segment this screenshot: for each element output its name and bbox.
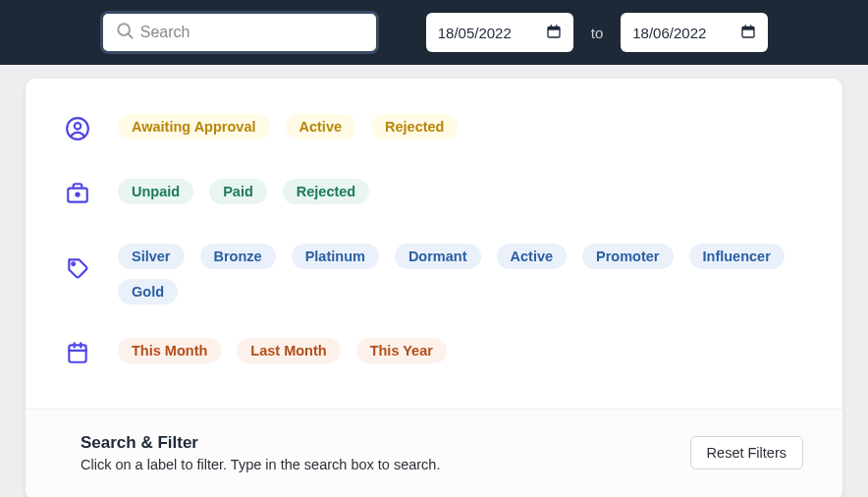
chip-date-last-month[interactable]: Last Month bbox=[237, 338, 340, 363]
search-input[interactable] bbox=[140, 24, 364, 41]
tag-icon bbox=[65, 255, 90, 285]
filters-body: Awaiting Approval Active Rejected Unpaid… bbox=[26, 79, 842, 409]
filter-row-date: This Month Last Month This Year bbox=[65, 338, 803, 369]
chip-date-this-month[interactable]: This Month bbox=[118, 338, 221, 363]
svg-rect-7 bbox=[742, 27, 754, 29]
chip-tag-bronze[interactable]: Bronze bbox=[200, 244, 276, 269]
svg-point-13 bbox=[76, 193, 79, 195]
reset-filters-button[interactable]: Reset Filters bbox=[690, 436, 803, 469]
calendar-icon bbox=[546, 24, 562, 42]
search-icon bbox=[115, 21, 140, 44]
footer-subtitle: Click on a label to filter. Type in the … bbox=[81, 457, 440, 472]
calendar-outline-icon bbox=[65, 340, 90, 369]
chip-tag-promoter[interactable]: Promoter bbox=[582, 244, 673, 269]
date-to-field[interactable]: 18/06/2022 bbox=[621, 13, 768, 52]
chip-tag-active[interactable]: Active bbox=[497, 244, 568, 269]
filter-row-status: Awaiting Approval Active Rejected bbox=[65, 114, 803, 145]
briefcase-icon bbox=[65, 181, 90, 210]
filter-card: Awaiting Approval Active Rejected Unpaid… bbox=[26, 79, 842, 497]
svg-point-14 bbox=[72, 262, 75, 265]
card-footer: Search & Filter Click on a label to filt… bbox=[26, 409, 842, 497]
chip-tag-gold[interactable]: Gold bbox=[118, 279, 178, 304]
calendar-icon bbox=[740, 24, 756, 42]
chip-tag-silver[interactable]: Silver bbox=[118, 244, 185, 269]
chip-payment-rejected[interactable]: Rejected bbox=[283, 179, 369, 204]
filter-row-tags: Silver Bronze Platinum Dormant Active Pr… bbox=[65, 244, 803, 304]
chip-tag-dormant[interactable]: Dormant bbox=[395, 244, 481, 269]
svg-rect-3 bbox=[548, 27, 560, 29]
chip-tag-influencer[interactable]: Influencer bbox=[689, 244, 785, 269]
chip-tag-platinum[interactable]: Platinum bbox=[292, 244, 379, 269]
chip-status-active[interactable]: Active bbox=[286, 114, 356, 139]
filter-row-payment: Unpaid Paid Rejected bbox=[65, 179, 803, 210]
svg-point-11 bbox=[75, 123, 81, 130]
chip-status-awaiting[interactable]: Awaiting Approval bbox=[118, 114, 270, 139]
chip-date-this-year[interactable]: This Year bbox=[356, 338, 447, 363]
search-wrapper[interactable] bbox=[100, 11, 379, 54]
chip-status-rejected[interactable]: Rejected bbox=[371, 114, 458, 139]
user-circle-icon bbox=[65, 116, 90, 145]
svg-rect-15 bbox=[69, 345, 85, 361]
topbar: 18/05/2022 to 18/06/2022 bbox=[0, 0, 868, 65]
status-chip-group: Awaiting Approval Active Rejected bbox=[118, 114, 458, 139]
date-from-value: 18/05/2022 bbox=[438, 25, 512, 41]
svg-line-1 bbox=[129, 34, 133, 38]
tags-chip-group: Silver Bronze Platinum Dormant Active Pr… bbox=[118, 244, 803, 304]
footer-text: Search & Filter Click on a label to filt… bbox=[81, 433, 440, 472]
payment-chip-group: Unpaid Paid Rejected bbox=[118, 179, 369, 204]
to-label: to bbox=[589, 25, 606, 41]
date-chip-group: This Month Last Month This Year bbox=[118, 338, 447, 363]
chip-payment-unpaid[interactable]: Unpaid bbox=[118, 179, 193, 204]
date-from-field[interactable]: 18/05/2022 bbox=[426, 13, 573, 52]
footer-title: Search & Filter bbox=[81, 433, 440, 453]
chip-payment-paid[interactable]: Paid bbox=[209, 179, 267, 204]
date-to-value: 18/06/2022 bbox=[632, 25, 706, 41]
